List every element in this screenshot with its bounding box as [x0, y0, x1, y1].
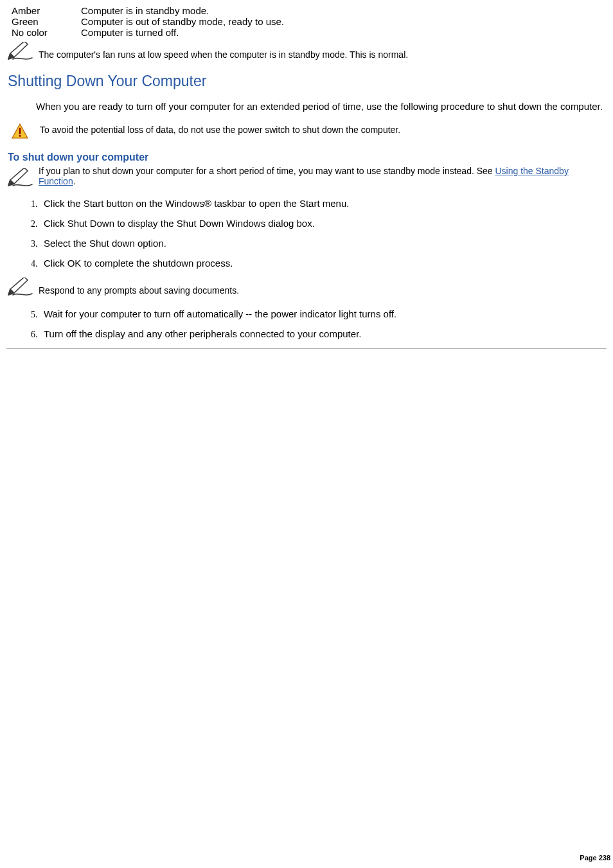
note-suffix: . [73, 176, 76, 186]
list-item: Wait for your computer to turn off autom… [40, 308, 607, 319]
pencil-note-icon [6, 278, 35, 297]
status-label: Amber [12, 5, 81, 16]
note-standby: If you plan to shut down your computer f… [6, 166, 607, 188]
status-label: Green [12, 16, 81, 27]
pencil-note-icon [6, 168, 35, 188]
status-row: Amber Computer is in standby mode. [12, 5, 607, 16]
status-desc: Computer is in standby mode. [81, 5, 209, 16]
steps-list-b: Wait for your computer to turn off autom… [21, 308, 607, 339]
note-respond-prompts: Respond to any prompts about saving docu… [6, 278, 607, 297]
subheading-to-shut-down: To shut down your computer [8, 152, 607, 163]
status-row: No color Computer is turned off. [12, 27, 607, 38]
paragraph-shutdown: When you are ready to turn off your comp… [36, 100, 607, 113]
list-item: Click the Start button on the Windows® t… [40, 198, 607, 209]
list-item: Select the Shut down option. [40, 238, 607, 249]
status-row: Green Computer is out of standby mode, r… [12, 16, 607, 27]
status-table: Amber Computer is in standby mode. Green… [12, 5, 607, 38]
list-item: Click Shut Down to display the Shut Down… [40, 218, 607, 229]
note-text: The computer's fan runs at low speed whe… [39, 49, 408, 61]
warning-text: To avoid the potential loss of data, do … [40, 125, 400, 136]
steps-list-a: Click the Start button on the Windows® t… [21, 198, 607, 269]
status-desc: Computer is out of standby mode, ready t… [81, 16, 284, 27]
heading-shutting-down: Shutting Down Your Computer [8, 73, 607, 90]
warning-icon [12, 123, 28, 139]
status-label: No color [12, 27, 81, 38]
warning-data-loss: To avoid the potential loss of data, do … [6, 122, 607, 139]
svg-point-2 [19, 135, 21, 137]
list-item: Click OK to complete the shutdown proces… [40, 258, 607, 269]
note-text: If you plan to shut down your computer f… [39, 166, 607, 188]
note-text: Respond to any prompts about saving docu… [39, 285, 239, 297]
note-prefix: If you plan to shut down your computer f… [39, 166, 495, 176]
section-divider [6, 348, 607, 349]
list-item: Turn off the display and any other perip… [40, 328, 607, 339]
note-fan: The computer's fan runs at low speed whe… [6, 42, 607, 61]
pencil-note-icon [6, 42, 35, 61]
status-desc: Computer is turned off. [81, 27, 179, 38]
